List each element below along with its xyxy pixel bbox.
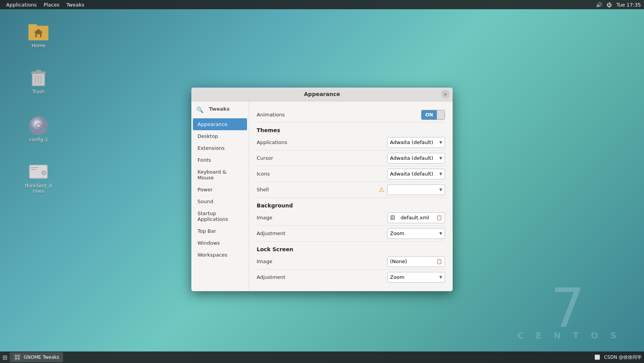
bg-image-file-icon: 🖼 <box>390 215 395 220</box>
taskbar: ⊞ GNOME Tweaks ⬜ CSDN @徐徐同学 <box>0 351 644 363</box>
tweaks-menu[interactable]: Tweaks <box>63 1 88 8</box>
sidebar-item-startup-applications[interactable]: Startup Applications <box>193 207 247 225</box>
ls-adjustment-label: Adjustment <box>257 274 285 280</box>
toggle-off[interactable] <box>437 110 445 119</box>
ls-image-picker[interactable]: (None) 📋 <box>387 256 445 267</box>
main-content: Animations ON Themes Applications Adwait… <box>249 101 453 291</box>
sidebar-item-desktop[interactable]: Desktop <box>193 130 247 142</box>
bg-adjustment-value: Zoom <box>390 230 404 236</box>
ls-image-row: Image (None) 📋 <box>257 254 445 270</box>
icons-theme-row: Icons Adwaita (default) ▼ <box>257 166 445 182</box>
svg-rect-5 <box>37 34 40 37</box>
svg-rect-24 <box>15 358 17 360</box>
bg-image-picker[interactable]: 🖼 default.xml 📋 <box>387 212 445 223</box>
sidebar-item-sound[interactable]: Sound <box>193 196 247 207</box>
svg-rect-23 <box>18 355 20 357</box>
clock: Tue 17:35 <box>616 2 641 8</box>
svg-rect-2 <box>28 24 37 28</box>
trash-icon <box>30 68 47 88</box>
cursor-theme-label: Cursor <box>257 155 273 161</box>
icons-theme-value: Adwaita (default) <box>390 171 433 177</box>
cursor-dropdown-arrow: ▼ <box>439 156 442 160</box>
bg-image-copy-icon: 📋 <box>436 215 442 220</box>
top-menu-bar: Applications Places Tweaks 🔊 ⏻ Tue 17:35 <box>0 0 644 9</box>
desktop-icon-thinclient[interactable]: thinclient_drives <box>23 159 54 196</box>
shell-theme-label: Shell <box>257 187 269 192</box>
sidebar-search-area: 🔍 Tweaks <box>191 101 249 118</box>
applications-theme-row: Applications Adwaita (default) ▼ <box>257 135 445 151</box>
desktop-icon-home[interactable]: Home <box>23 19 54 50</box>
shell-row-controls: ⚠ ▼ <box>379 184 445 195</box>
applications-theme-dropdown[interactable]: Adwaita (default) ▼ <box>387 137 445 148</box>
folder-icon <box>28 22 48 41</box>
ls-image-copy-icon: 📋 <box>436 259 442 264</box>
search-icon[interactable]: 🔍 <box>194 104 205 115</box>
sidebar-item-keyboard-mouse[interactable]: Keyboard & Mouse <box>193 166 247 184</box>
tweaks-dialog: Appearance × 🔍 Tweaks Appearance Desktop… <box>191 88 453 291</box>
desktop-icon-config2[interactable]: config-2 <box>23 113 54 144</box>
bg-adjustment-row: Adjustment Zoom ▼ <box>257 226 445 242</box>
sidebar: 🔍 Tweaks Appearance Desktop Extensions F… <box>191 101 249 291</box>
taskbar-csdn-label: CSDN @徐徐同学 <box>604 354 642 361</box>
desktop-icon-trash[interactable]: Trash <box>23 65 54 96</box>
taskbar-show-desktop[interactable]: ⊞ <box>2 354 7 361</box>
bg-image-value: default.xml <box>401 215 429 220</box>
sidebar-item-fonts[interactable]: Fonts <box>193 154 247 166</box>
cursor-theme-row: Cursor Adwaita (default) ▼ <box>257 151 445 166</box>
sidebar-item-power[interactable]: Power <box>193 184 247 196</box>
dialog-close-button[interactable]: × <box>441 90 450 98</box>
applications-dropdown-arrow: ▼ <box>439 140 442 144</box>
toggle-on[interactable]: ON <box>422 110 437 119</box>
dialog-title: Appearance <box>203 91 441 97</box>
taskbar-app-label: GNOME Tweaks <box>23 355 59 360</box>
svg-rect-20 <box>31 169 36 170</box>
animations-label: Animations <box>257 112 285 118</box>
taskbar-app-icon <box>13 353 21 361</box>
cursor-theme-value: Adwaita (default) <box>390 155 433 161</box>
icons-theme-dropdown[interactable]: Adwaita (default) ▼ <box>387 169 445 179</box>
animations-toggle[interactable]: ON <box>421 110 445 120</box>
dialog-titlebar: Appearance × <box>191 88 453 101</box>
icons-theme-label: Icons <box>257 171 270 177</box>
sidebar-item-extensions[interactable]: Extensions <box>193 142 247 154</box>
cursor-theme-dropdown[interactable]: Adwaita (default) ▼ <box>387 153 445 164</box>
trash-icon-label: Trash <box>32 89 45 94</box>
bg-adjustment-dropdown[interactable]: Zoom ▼ <box>387 228 445 239</box>
tweaks-icon <box>15 355 20 360</box>
applications-menu[interactable]: Applications <box>3 1 40 8</box>
sidebar-item-workspaces[interactable]: Workspaces <box>193 249 247 261</box>
home-icon-label: Home <box>32 43 45 48</box>
sidebar-item-top-bar[interactable]: Top Bar <box>193 225 247 237</box>
svg-point-21 <box>41 171 46 175</box>
svg-rect-22 <box>15 355 17 357</box>
svg-rect-25 <box>18 358 20 360</box>
bg-image-row: Image 🖼 default.xml 📋 <box>257 210 445 226</box>
thinclient-icon-label: thinclient_drives <box>25 183 52 194</box>
icons-dropdown-arrow: ▼ <box>439 172 442 176</box>
places-menu[interactable]: Places <box>40 1 62 8</box>
taskbar-right: ⬜ CSDN @徐徐同学 <box>594 354 642 361</box>
centos-watermark: 7 C E N T O S <box>518 282 621 340</box>
shell-theme-dropdown[interactable]: ▼ <box>387 184 445 195</box>
ls-image-value: (None) <box>390 259 407 264</box>
shell-dropdown-arrow: ▼ <box>439 187 442 192</box>
sound-icon: 🔊 <box>596 2 602 8</box>
ls-adjustment-dropdown[interactable]: Zoom ▼ <box>387 272 445 283</box>
lockscreen-heading: Lock Screen <box>257 242 445 254</box>
svg-point-15 <box>37 124 40 128</box>
ls-adjustment-value: Zoom <box>390 274 404 280</box>
bg-image-label: Image <box>257 215 272 220</box>
svg-rect-9 <box>36 70 41 72</box>
svg-rect-19 <box>31 167 38 168</box>
sidebar-item-windows[interactable]: Windows <box>193 237 247 249</box>
sidebar-item-appearance[interactable]: Appearance <box>193 118 247 130</box>
ls-image-label: Image <box>257 259 272 264</box>
shell-theme-row: Shell ⚠ ▼ <box>257 182 445 198</box>
dialog-body: 🔍 Tweaks Appearance Desktop Extensions F… <box>191 101 453 291</box>
sidebar-title: Tweaks <box>205 106 233 113</box>
ls-adjustment-arrow: ▼ <box>439 275 442 279</box>
config2-icon-label: config-2 <box>29 137 48 143</box>
themes-heading: Themes <box>257 123 445 135</box>
taskbar-gnome-tweaks[interactable]: GNOME Tweaks <box>10 352 63 362</box>
drive-icon <box>28 163 48 180</box>
